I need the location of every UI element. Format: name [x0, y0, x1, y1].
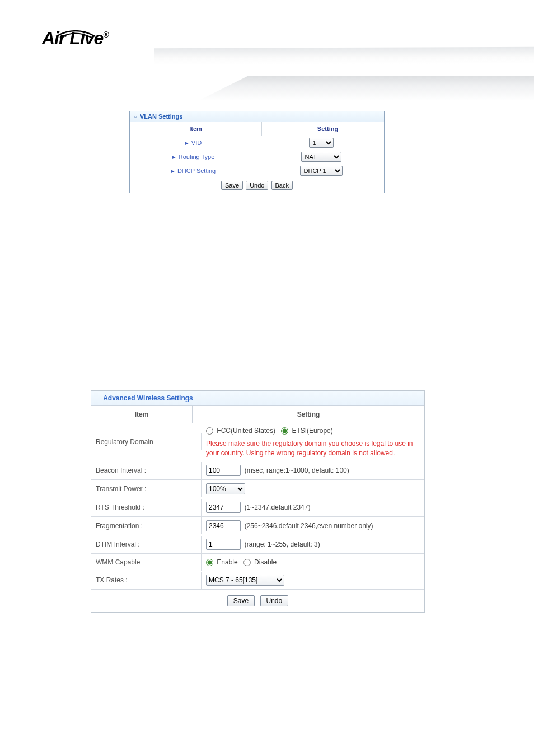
rts-label: RTS Threshold : [91, 499, 202, 516]
wmm-setting: Enable Disable [202, 555, 424, 570]
txpower-select[interactable]: 100% [206, 483, 245, 494]
vlan-panel-title: ▫ VLAN Settings [130, 111, 384, 122]
adv-panel-title: ▫ Advanced Wireless Settings [91, 391, 424, 406]
beacon-input[interactable] [206, 465, 241, 476]
vlan-row-dhcp: ▸ DHCP Setting DHCP 1 [130, 164, 384, 178]
routing-type-select[interactable]: NAT [301, 152, 341, 162]
brand-logo: Air Live® [42, 28, 109, 49]
brand-reg: ® [103, 30, 108, 39]
txpower-setting: 100% [202, 480, 424, 498]
reg-domain-fcc-option[interactable]: FCC(United States) [206, 427, 277, 435]
wmm-disable-option[interactable]: Disable [243, 558, 277, 566]
adv-row-beacon-interval: Beacon Interval : (msec, range:1~1000, d… [91, 461, 424, 480]
txrates-setting: MCS 7 - 65[135] [202, 571, 424, 589]
beacon-hint: (msec, range:1~1000, default: 100) [245, 466, 349, 474]
dtim-input[interactable] [206, 539, 241, 550]
adv-undo-button[interactable]: Undo [260, 595, 289, 606]
adv-save-button[interactable]: Save [227, 595, 255, 606]
vlan-title-text: VLAN Settings [140, 113, 182, 120]
adv-header-item: Item [91, 406, 193, 423]
reg-domain-label: Regulatory Domain [91, 433, 202, 450]
adv-header-setting: Setting [193, 406, 424, 423]
frag-hint: (256~2346,default 2346,even number only) [245, 522, 373, 530]
vlan-routing-label: ▸ Routing Type [130, 151, 257, 163]
beacon-label: Beacon Interval : [91, 462, 202, 479]
vlan-undo-button[interactable]: Undo [246, 181, 268, 190]
advanced-wireless-panel: ▫ Advanced Wireless Settings Item Settin… [91, 390, 425, 613]
adv-row-fragmentation: Fragmentation : (256~2346,default 2346,e… [91, 517, 424, 535]
vlan-button-row: Save Undo Back [130, 178, 384, 193]
vlan-vid-label: ▸ VID [130, 137, 257, 149]
adv-row-tx-rates: TX Rates : MCS 7 - 65[135] [91, 571, 424, 590]
brand-name: Air Live [42, 28, 103, 48]
vlan-vid-setting: 1 [257, 136, 385, 150]
reg-domain-setting: FCC(United States) ETSI(Europe) Please m… [202, 423, 424, 461]
txrates-select[interactable]: MCS 7 - 65[135] [206, 575, 284, 586]
vlan-row-vid: ▸ VID 1 [130, 136, 384, 150]
header-band-icon [154, 47, 534, 65]
dtim-label: DTIM Interval : [91, 536, 202, 553]
wmm-disable-radio[interactable] [243, 559, 251, 566]
reg-domain-etsi-option[interactable]: ETSI(Europe) [281, 427, 333, 435]
adv-title-text: Advanced Wireless Settings [103, 394, 193, 402]
vlan-save-button[interactable]: Save [221, 181, 243, 190]
reg-domain-warning: Please make sure the regulatory domain y… [206, 439, 420, 457]
reg-domain-fcc-radio[interactable] [206, 427, 213, 435]
vlan-dhcp-setting: DHCP 1 [257, 164, 385, 178]
arrow-icon: ▸ [172, 153, 176, 160]
reg-domain-etsi-radio[interactable] [281, 427, 288, 435]
wmm-label: WMM Capable [91, 554, 202, 571]
adv-row-regulatory-domain: Regulatory Domain FCC(United States) ETS… [91, 423, 424, 461]
vlan-routing-setting: NAT [257, 150, 385, 164]
dtim-hint: (range: 1~255, default: 3) [245, 540, 320, 548]
txpower-label: Transmit Power : [91, 480, 202, 497]
page-header: Air Live® [0, 0, 534, 101]
arrow-icon: ▸ [185, 139, 189, 146]
adv-row-transmit-power: Transmit Power : 100% [91, 480, 424, 498]
vlan-row-routing: ▸ Routing Type NAT [130, 150, 384, 164]
beacon-setting: (msec, range:1~1000, default: 100) [202, 461, 424, 479]
adv-button-row: Save Undo [91, 590, 424, 612]
rts-setting: (1~2347,default 2347) [202, 498, 424, 516]
vlan-header-item: Item [130, 122, 262, 136]
wmm-enable-option[interactable]: Enable [206, 558, 240, 566]
rts-hint: (1~2347,default 2347) [245, 503, 311, 511]
frag-input[interactable] [206, 520, 241, 531]
bullet-icon: ▫ [134, 113, 137, 120]
rts-input[interactable] [206, 502, 241, 513]
adv-row-dtim-interval: DTIM Interval : (range: 1~255, default: … [91, 535, 424, 554]
vlan-dhcp-label: ▸ DHCP Setting [130, 165, 257, 177]
adv-row-rts-threshold: RTS Threshold : (1~2347,default 2347) [91, 498, 424, 517]
vlan-header-setting: Setting [262, 122, 394, 136]
arrow-icon: ▸ [171, 167, 175, 174]
vlan-settings-panel: ▫ VLAN Settings Item Setting ▸ VID 1 ▸ R… [129, 111, 385, 193]
frag-setting: (256~2346,default 2346,even number only) [202, 517, 424, 535]
adv-row-wmm-capable: WMM Capable Enable Disable [91, 554, 424, 571]
header-swoosh-icon [198, 76, 534, 101]
vlan-back-button[interactable]: Back [271, 181, 293, 190]
txrates-label: TX Rates : [91, 572, 202, 589]
dhcp-setting-select[interactable]: DHCP 1 [300, 166, 343, 176]
bullet-icon: ▫ [97, 394, 99, 402]
dtim-setting: (range: 1~255, default: 3) [202, 535, 424, 553]
vid-select[interactable]: 1 [309, 138, 334, 148]
vlan-header-row: Item Setting [130, 122, 384, 136]
wmm-enable-radio[interactable] [206, 559, 213, 566]
adv-header-row: Item Setting [91, 406, 424, 423]
frag-label: Fragmentation : [91, 517, 202, 534]
